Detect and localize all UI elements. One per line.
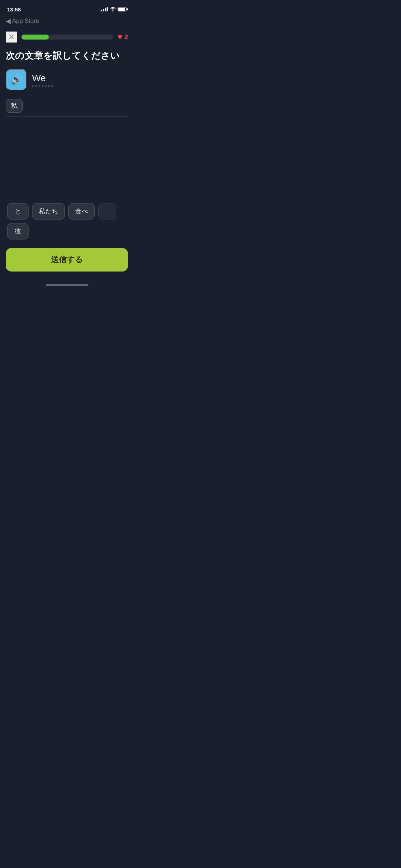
battery-icon xyxy=(118,7,127,11)
word-area: We xyxy=(32,73,53,87)
signal-icon xyxy=(101,7,108,11)
question-title: 次の文章を訳してください xyxy=(6,50,128,62)
heart-icon: ♥ xyxy=(118,32,122,42)
back-arrow-icon: ◀ xyxy=(6,17,11,25)
word-choices: と 私たち 食べ 彼 xyxy=(6,203,128,239)
answer-line-1: 私 xyxy=(6,99,128,117)
selected-chip-0[interactable]: 私 xyxy=(6,99,23,113)
lives-container: ♥ 2 xyxy=(118,32,128,42)
audio-word-row: 🔊 We xyxy=(6,69,128,91)
answer-area: 私 xyxy=(6,99,128,132)
back-nav[interactable]: ◀ App Store xyxy=(0,16,134,29)
word-chip-2[interactable]: 食べ xyxy=(68,203,95,219)
progress-bar-fill xyxy=(21,35,49,40)
back-label: App Store xyxy=(12,17,39,25)
word-chip-4[interactable]: 彼 xyxy=(7,223,29,239)
status-time: 13:58 xyxy=(7,6,21,12)
progress-bar xyxy=(21,35,113,40)
main-content: ✕ ♥ 2 次の文章を訳してください 🔊 We 私 xyxy=(0,29,134,132)
status-bar: 13:58 xyxy=(0,0,134,16)
word-dots xyxy=(32,85,53,87)
home-indicator xyxy=(46,284,88,286)
audio-button[interactable]: 🔊 xyxy=(6,69,27,91)
word-chip-3[interactable] xyxy=(98,203,116,219)
audio-word-text: We xyxy=(32,73,53,84)
submit-button[interactable]: 送信する xyxy=(6,248,128,272)
speaker-icon: 🔊 xyxy=(11,74,22,85)
word-chip-0[interactable]: と xyxy=(7,203,29,219)
top-bar: ✕ ♥ 2 xyxy=(6,31,128,43)
answer-line-2 xyxy=(6,117,128,132)
close-icon: ✕ xyxy=(8,32,15,42)
status-icons xyxy=(101,7,127,11)
word-chip-1[interactable]: 私たち xyxy=(32,203,65,219)
wifi-icon xyxy=(110,7,115,11)
lives-count: 2 xyxy=(124,33,128,41)
close-button[interactable]: ✕ xyxy=(6,31,17,43)
